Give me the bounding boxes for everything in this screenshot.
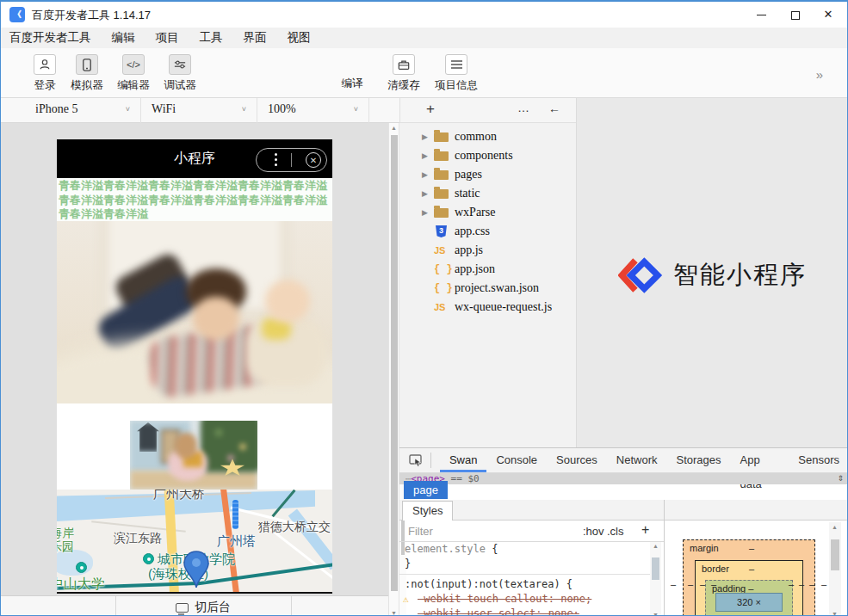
simulator-toggle[interactable]: 模拟器 <box>65 54 109 93</box>
filter-input[interactable]: Filter <box>408 525 433 538</box>
tab-sensors[interactable]: Sensors <box>789 448 848 472</box>
class-toggle[interactable]: .cls <box>607 525 624 538</box>
scrollbar-thumb[interactable] <box>652 557 659 580</box>
scroll-up-icon[interactable]: ▲ <box>389 125 399 131</box>
rule-property[interactable]: -webkit-user-select: none; <box>399 607 651 616</box>
tree-item-app-js[interactable]: JSapp.js <box>399 241 576 260</box>
rule-separator <box>399 574 651 575</box>
editor-toggle[interactable]: </> 编辑器 <box>111 54 156 93</box>
scrollbar-thumb[interactable] <box>831 539 839 570</box>
editor-icon: </> <box>122 54 145 75</box>
tab-app-data[interactable]: App data <box>731 448 789 472</box>
toolbar-overflow-button[interactable]: » <box>816 67 823 82</box>
boxmodel-scrollbar[interactable]: ▲ ▼ <box>829 522 841 616</box>
tree-item-pages[interactable]: ▶pages <box>399 165 576 184</box>
inspect-element-icon[interactable] <box>409 453 423 468</box>
photo-children[interactable] <box>57 221 332 403</box>
tree-item-static[interactable]: ▶static <box>399 184 576 203</box>
more-menu-icon[interactable] <box>275 153 277 169</box>
map-label: 滨江东路 <box>114 531 162 546</box>
folder-icon <box>434 132 449 142</box>
phone-screen: 小程序 ✕ 青春洋溢青春洋溢青春洋溢青春洋溢青春洋溢青春洋溢青春洋溢青春洋溢青春… <box>57 139 332 594</box>
collapse-pane-button[interactable]: ← <box>548 102 560 115</box>
json-file-icon: { } <box>434 281 453 295</box>
menu-project[interactable]: 项目 <box>156 30 179 46</box>
styles-filter-row: Filter :hov .cls + <box>399 521 665 542</box>
elements-breadcrumb[interactable]: ⋯<page> == $0 <box>399 473 848 484</box>
style-rules: element.style { } :not(input):not(textar… <box>399 542 651 616</box>
chevron-right-icon[interactable]: ▶ <box>422 184 428 203</box>
map-view[interactable]: 广州大桥 海岸 乐园 滨江东路 广州塔 猎德大桥立交 城市职业学院 (海珠校区)… <box>57 490 332 594</box>
tree-item-app-css[interactable]: 3app.css <box>399 222 576 241</box>
map-label: 广州塔 <box>217 533 256 550</box>
menu-view[interactable]: 视图 <box>288 30 311 46</box>
tab-swan[interactable]: Swan <box>440 448 487 472</box>
app-logo-icon: 《 <box>9 7 25 22</box>
rule-selector[interactable]: :not(input):not(textarea) { <box>399 577 651 592</box>
tree-item-components[interactable]: ▶components <box>399 146 576 165</box>
tab-separator <box>430 453 431 468</box>
pseudo-state-toggle[interactable]: :hov <box>583 525 604 538</box>
tree-item-app-json[interactable]: { }app.json <box>399 260 576 279</box>
rule-element-style[interactable]: element.style { <box>399 542 651 557</box>
menu-bar: 百度开发者工具 编辑 项目 工具 界面 视图 <box>1 28 847 48</box>
maximize-button[interactable] <box>778 2 813 28</box>
menu-interface[interactable]: 界面 <box>244 30 267 46</box>
switch-background-button[interactable]: 切后台 <box>115 596 291 616</box>
tree-item-wxparse[interactable]: ▶wxParse <box>399 203 576 222</box>
tab-sources[interactable]: Sources <box>547 448 607 472</box>
rule-property[interactable]: ⚠-webkit-touch-callout: none; <box>399 592 651 607</box>
tab-styles[interactable]: Styles <box>402 501 453 521</box>
project-info-button[interactable]: 项目信息 <box>431 54 481 93</box>
chevron-right-icon[interactable]: ▶ <box>422 127 428 146</box>
box-model-padding[interactable]: padding – 320 × 1255.860 <box>705 580 793 616</box>
app-window: 《 百度开发者工具 1.14.17 ✕ 百度开发者工具 编辑 项目 工具 界面 … <box>0 0 848 616</box>
folder-icon <box>434 189 449 199</box>
tab-storages[interactable]: Storages <box>667 448 731 472</box>
window-title: 百度开发者工具 1.14.17 <box>32 8 151 23</box>
photo-christmas-girl[interactable] <box>130 421 257 490</box>
chevron-right-icon[interactable]: ▶ <box>422 203 428 222</box>
zoom-select[interactable]: 100% ˅ <box>257 98 369 123</box>
editor-scrollbar[interactable]: ▲ ▼ <box>388 123 399 616</box>
debugger-toggle[interactable]: 调试器 <box>158 54 202 93</box>
login-button[interactable]: 登录 <box>25 54 65 93</box>
menu-edit[interactable]: 编辑 <box>112 30 135 46</box>
menu-tools[interactable]: 工具 <box>200 30 223 46</box>
chevron-right-icon[interactable]: ▶ <box>422 146 428 165</box>
scroll-down-icon[interactable]: ▼ <box>651 612 660 616</box>
clear-cache-button[interactable]: 清缓存 <box>381 54 426 93</box>
close-button[interactable]: ✕ <box>811 2 845 28</box>
tree-item-project-swan-json[interactable]: { }project.swan.json <box>399 279 576 298</box>
scroll-down-icon[interactable]: ▼ <box>389 610 399 616</box>
compile-button[interactable]: 编译 <box>330 77 374 91</box>
tree-item-common[interactable]: ▶common <box>399 127 576 146</box>
welcome-pane: 智能小程序 <box>576 98 848 447</box>
minimize-button[interactable] <box>744 2 778 28</box>
box-model-margin[interactable]: margin – border – padding – 320 × 1255.8… <box>683 539 815 616</box>
device-select[interactable]: iPhone 5 ˅ <box>25 98 141 123</box>
chevron-right-icon[interactable]: ▶ <box>422 165 428 184</box>
canton-tower-icon <box>232 500 238 529</box>
phone-nav-bar: 小程序 ✕ <box>57 139 332 178</box>
resize-handle-icon[interactable]: ⇕ <box>837 473 844 484</box>
scroll-down-icon[interactable]: ▼ <box>830 611 839 616</box>
capsule-menu: ✕ <box>256 148 327 172</box>
tree-item-wx-queue-request[interactable]: JSwx-queue-request.js <box>399 298 576 317</box>
network-select[interactable]: WiFi ˅ <box>141 98 257 123</box>
poi-icon <box>143 553 154 564</box>
menu-app[interactable]: 百度开发者工具 <box>9 30 91 46</box>
box-model-content[interactable]: 320 × 1255.860 <box>715 593 783 612</box>
styles-scrollbar[interactable]: ▲ ▼ <box>650 542 661 616</box>
tab-console[interactable]: Console <box>486 448 547 472</box>
scrollbar-thumb[interactable] <box>391 135 398 591</box>
scroll-up-icon[interactable]: ▲ <box>830 524 839 530</box>
more-options-button[interactable]: … <box>517 101 530 114</box>
new-rule-button[interactable]: + <box>641 522 649 538</box>
devtools-panel: Swan Console Sources Network Storages Ap… <box>399 447 848 616</box>
scroll-up-icon[interactable]: ▲ <box>651 543 660 549</box>
add-file-button[interactable]: + <box>426 101 435 118</box>
brand-logo: 智能小程序 <box>618 256 807 295</box>
close-miniapp-icon[interactable]: ✕ <box>306 152 321 168</box>
tab-network[interactable]: Network <box>607 448 667 472</box>
